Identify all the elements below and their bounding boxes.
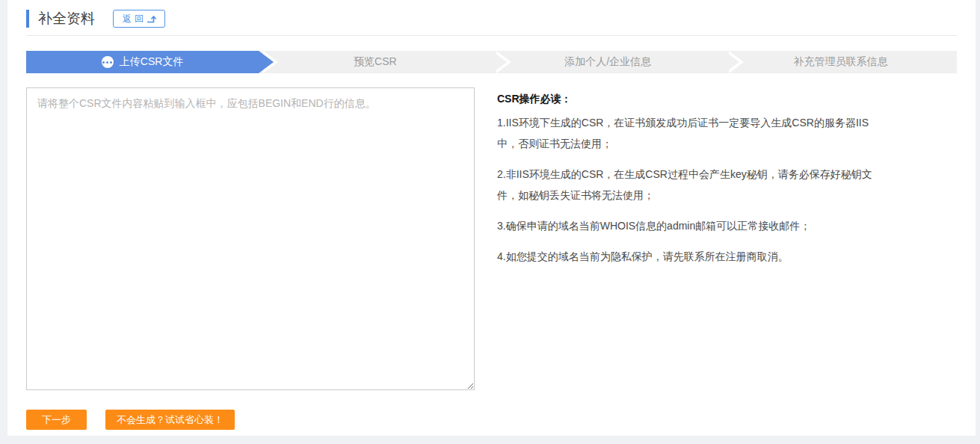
csr-input[interactable] xyxy=(26,87,475,390)
main-content: CSR操作必读： 1.IIS环境下生成的CSR，在证书颁发成功后证书一定要导入生… xyxy=(26,87,957,390)
helper-install-button[interactable]: 不会生成？试试省心装！ xyxy=(105,410,235,430)
instruction-item: 2.非IIS环境生成的CSR，在生成CSR过程中会产生key秘钥，请务必保存好秘… xyxy=(497,164,875,206)
page-header: 补全资料 返回 xyxy=(26,0,957,28)
back-button[interactable]: 返回 xyxy=(113,10,165,28)
page-title: 补全资料 xyxy=(26,10,95,28)
stepper-step-admin-contact: 补充管理员联系信息 xyxy=(724,51,957,73)
wizard-stepper: 上传CSR文件 预览CSR 添加个人/企业信息 补充管理员联系信息 xyxy=(26,51,957,73)
stepper-step-label: 上传CSR文件 xyxy=(120,55,184,69)
stepper-step-label: 添加个人/企业信息 xyxy=(564,55,651,69)
header-divider xyxy=(26,35,957,36)
ellipsis-circle-icon xyxy=(102,56,114,68)
action-bar: 下一步 不会生成？试试省心装！ xyxy=(26,410,957,430)
stepper-step-upload-csr: 上传CSR文件 xyxy=(26,51,259,73)
complete-info-page: 补全资料 返回 上传CSR文件 预览CSR 添加个人/企业信息 补充管理员联系信… xyxy=(7,0,976,436)
stepper-step-label: 补充管理员联系信息 xyxy=(793,55,887,69)
back-button-label: 返回 xyxy=(123,13,147,25)
instruction-item: 4.如您提交的域名当前为隐私保护，请先联系所在注册商取消。 xyxy=(497,246,875,267)
stepper-step-label: 预览CSR xyxy=(354,55,397,69)
instructions-heading: CSR操作必读： xyxy=(497,93,875,106)
next-step-button[interactable]: 下一步 xyxy=(26,410,87,430)
stepper-step-add-info: 添加个人/企业信息 xyxy=(492,51,724,73)
instruction-item: 3.确保申请的域名当前WHOIS信息的admin邮箱可以正常接收邮件； xyxy=(497,215,875,236)
instruction-item: 1.IIS环境下生成的CSR，在证书颁发成功后证书一定要导入生成CSR的服务器I… xyxy=(497,112,875,154)
stepper-step-preview-csr: 预览CSR xyxy=(259,51,491,73)
return-arrow-icon xyxy=(147,14,158,23)
instructions-panel: CSR操作必读： 1.IIS环境下生成的CSR，在证书颁发成功后证书一定要导入生… xyxy=(497,87,875,390)
